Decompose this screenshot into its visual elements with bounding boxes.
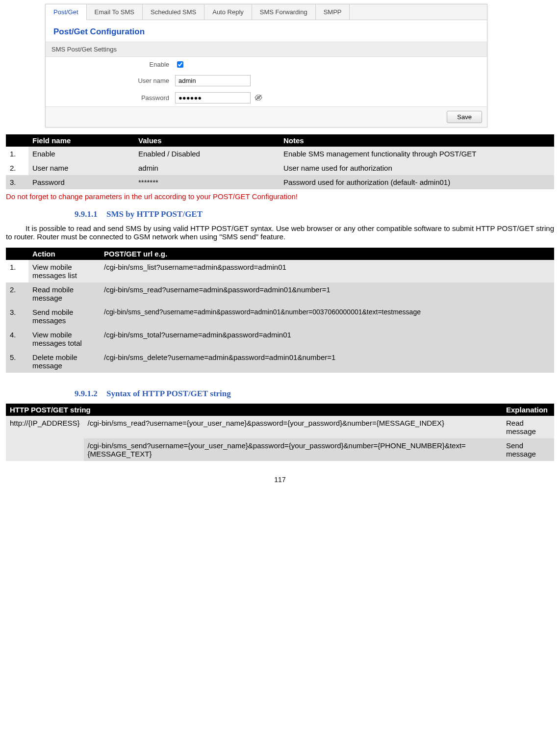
row-num: 4. [6,328,28,350]
row-num: 2. [6,282,28,305]
row-num: 1. [6,260,28,282]
table-row: 3. Password ******* Password used for au… [6,175,554,189]
tab-bar: Post/Get Email To SMS Scheduled SMS Auto… [46,4,487,20]
password-input[interactable] [175,92,251,103]
col-notes: Notes [280,134,554,147]
cell-action: Read mobile message [28,282,100,305]
table-row: 1. View mobile messages list /cgi-bin/sm… [6,260,554,282]
cell-field: User name [28,161,134,175]
cell-url: /cgi-bin/sms_total?username=admin&passwo… [100,328,554,350]
col-blank [6,248,28,260]
cell-action: Delete mobile message [28,350,100,373]
section-title: Post/Get Configuration [46,20,487,42]
table-row: 4. View mobile messages total /cgi-bin/s… [6,328,554,350]
password-label: Password [51,94,175,102]
table-row: 2. Read mobile message /cgi-bin/sms_read… [6,282,554,305]
table-row: 2. User name admin User name used for au… [6,161,554,175]
table-row: http://{IP_ADDRESS} /cgi-bin/sms_read?us… [6,416,554,438]
col-url: POST/GET url e.g. [100,248,554,260]
cell-host: http://{IP_ADDRESS} [6,416,84,461]
cell-action: Send mobile messages [28,305,100,328]
table-row: 5. Delete mobile message /cgi-bin/sms_de… [6,350,554,373]
cell-val: Enabled / Disabled [134,147,280,161]
subheading-1: 9.9.1.1 SMS by HTTP POST/GET [75,209,554,219]
heading-num: 9.9.1.1 [75,209,98,219]
col-field-name: Field name [28,134,134,147]
cell-val: admin [134,161,280,175]
cell-field: Password [28,175,134,189]
table-row: 1. Enable Enabled / Disabled Enable SMS … [6,147,554,161]
col-blank [6,134,28,147]
tab-auto-reply[interactable]: Auto Reply [204,4,252,20]
settings-header: SMS Post/Get Settings [46,42,487,57]
tab-smpp[interactable]: SMPP [316,4,350,20]
col-explanation: Explanation [502,404,554,416]
cell-field: Enable [28,147,134,161]
cell-exp: Read message [502,416,554,438]
row-num: 2. [6,161,28,175]
cell-notes: Enable SMS management functionality thro… [280,147,554,161]
eye-off-icon[interactable] [255,94,262,102]
row-num: 3. [6,175,28,189]
cell-url: /cgi-bin/sms_send?username={your_user_na… [84,438,502,461]
cell-exp: Send message [502,438,554,461]
row-num: 3. [6,305,28,328]
tab-scheduled-sms[interactable]: Scheduled SMS [143,4,204,20]
username-input[interactable] [175,75,251,86]
syntax-table: HTTP POST/GET string Explanation http://… [6,404,554,461]
paragraph-1: It is possible to read and send SMS by u… [6,224,554,241]
cell-url: /cgi-bin/sms_send?username=admin&passwor… [100,305,554,328]
heading-text: Syntax of HTTP POST/GET string [106,389,231,398]
page-number: 117 [6,476,554,484]
tab-post-get[interactable]: Post/Get [46,4,87,20]
cell-action: View mobile messages total [28,328,100,350]
cell-url: /cgi-bin/sms_read?username=admin&passwor… [100,282,554,305]
enable-checkbox[interactable] [177,61,183,68]
cell-url: /cgi-bin/sms_delete?username=admin&passw… [100,350,554,373]
cell-url: /cgi-bin/sms_list?username=admin&passwor… [100,260,554,282]
table-row: 3. Send mobile messages /cgi-bin/sms_sen… [6,305,554,328]
cell-val: ******* [134,175,280,189]
row-num: 5. [6,350,28,373]
row-num: 1. [6,147,28,161]
action-table: Action POST/GET url e.g. 1. View mobile … [6,248,554,373]
heading-text: SMS by HTTP POST/GET [106,209,203,219]
field-table: Field name Values Notes 1. Enable Enable… [6,134,554,189]
col-action: Action [28,248,100,260]
cell-action: View mobile messages list [28,260,100,282]
username-label: User name [51,77,175,84]
col-values: Values [134,134,280,147]
table-row: /cgi-bin/sms_send?username={your_user_na… [6,438,554,461]
cell-notes: Password used for authorization (default… [280,175,554,189]
cell-notes: User name used for authorization [280,161,554,175]
heading-num: 9.9.1.2 [75,389,98,398]
warning-text: Do not forget to change parameters in th… [6,192,554,201]
cell-url: /cgi-bin/sms_read?username={your_user_na… [84,416,502,438]
tab-sms-forwarding[interactable]: SMS Forwarding [252,4,316,20]
config-panel: Post/Get Email To SMS Scheduled SMS Auto… [45,4,487,128]
save-button[interactable]: Save [447,111,482,123]
tab-email-to-sms[interactable]: Email To SMS [87,4,143,20]
col-string: HTTP POST/GET string [6,404,502,416]
subheading-2: 9.9.1.2 Syntax of HTTP POST/GET string [75,389,554,399]
enable-label: Enable [51,61,175,68]
